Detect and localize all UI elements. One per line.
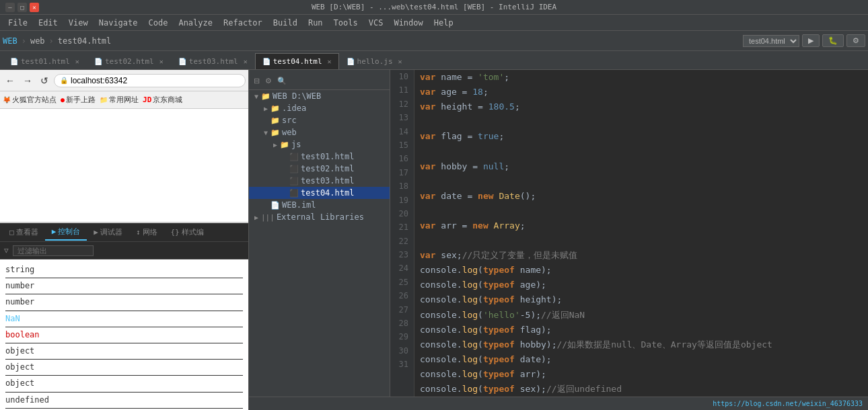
tab-label-test01: test01.html (21, 57, 70, 66)
status-url: https://blog.csdn.net/weixin_46376333 (713, 400, 863, 407)
tree-extlibs[interactable]: ▶ ||| External Libraries (249, 211, 390, 223)
idea-folder-icon: 📁 (270, 104, 280, 113)
console-icon: ▶ (52, 227, 57, 236)
tab-test02[interactable]: 📄 test02.html ✕ (87, 53, 171, 69)
web-folder-icon: 📁 (270, 128, 280, 137)
tree-test02-label: test02.html (301, 164, 354, 173)
console-line-boolean: boolean (5, 327, 243, 343)
filter-input[interactable] (13, 245, 94, 256)
tree-webiml[interactable]: 📄 WEB.iml (249, 199, 390, 211)
console-line-object3: object (5, 376, 243, 392)
tab-close-test02[interactable]: ✕ (159, 58, 164, 65)
devtools-tab-style[interactable]: {} 样式编 (164, 224, 211, 240)
js-arrow: ▶ (270, 141, 280, 149)
code-editor[interactable]: 10 11 12 13 14 15 16 17 18 19 20 21 22 2… (390, 70, 868, 397)
tab-close-hellojs[interactable]: ✕ (398, 58, 402, 65)
bookmark-jd[interactable]: JD 京东商城 (143, 95, 182, 105)
run-button[interactable]: ▶ (802, 34, 820, 47)
bookmark-newbie-icon: ● (61, 96, 65, 104)
tree-test03[interactable]: ⬛ test03.html (249, 175, 390, 187)
devtools-tab-network[interactable]: ↕ 网络 (129, 224, 164, 240)
tree-collapse-btn[interactable]: ⊟ (252, 75, 262, 87)
console-line-number1: number (5, 278, 243, 294)
breadcrumb-web2: web (30, 36, 45, 46)
breadcrumb-file: test04.html (58, 36, 111, 46)
bookmark-newbie[interactable]: ● 新手上路 (61, 95, 96, 105)
toolbar-right: test04.html ▶ 🐛 ⚙ (743, 34, 865, 47)
menu-navigate[interactable]: Navigate (94, 17, 143, 29)
bookmark-common[interactable]: 📁 常用网址 (100, 95, 139, 105)
src-folder-icon: 📁 (270, 116, 280, 125)
settings-button[interactable]: ⚙ (846, 34, 865, 47)
console-line-string1: string (5, 262, 243, 278)
devtools-tab-inspector[interactable]: □ 查看器 (3, 224, 45, 240)
tab-test01[interactable]: 📄 test01.html ✕ (3, 53, 87, 69)
tab-close-test04[interactable]: ✕ (328, 58, 332, 65)
tree-web[interactable]: ▼ 📁 web (249, 126, 390, 138)
console-label: 控制台 (58, 227, 80, 237)
tree-root[interactable]: ▼ 📁 WEB D:\WEB (249, 90, 390, 102)
tab-label-hellojs: hello.js (357, 57, 393, 66)
web-arrow: ▼ (261, 129, 270, 136)
forward-button[interactable]: → (20, 74, 35, 87)
tab-label-test03: test03.html (189, 57, 238, 66)
reload-button[interactable]: ↺ (38, 74, 51, 87)
run-config-dropdown[interactable]: test04.html (743, 35, 799, 47)
ide-panel: ⊟ ⚙ 🔍 ▼ 📁 WEB D:\WEB ▶ 📁 .idea (249, 70, 868, 410)
filter-icon: ▽ (4, 246, 9, 255)
bookmark-firefox[interactable]: 🦊 火狐官方站点 (3, 95, 57, 105)
tree-idea[interactable]: ▶ 📁 .idea (249, 102, 390, 114)
back-button[interactable]: ← (3, 74, 17, 87)
menu-view[interactable]: View (63, 17, 94, 29)
tree-test04[interactable]: ⬛ test04.html (249, 187, 390, 199)
menu-help[interactable]: Help (429, 17, 459, 29)
tab-hellojs[interactable]: 📄 hello.js ✕ (339, 53, 410, 69)
lock-icon: 🔒 (60, 77, 68, 84)
tree-js-label: js (291, 140, 301, 149)
ide-toolbar: WEB › web › test04.html test04.html ▶ 🐛 … (0, 31, 868, 51)
tab-icon-test04: 📄 (262, 58, 270, 65)
tree-js[interactable]: ▶ 📁 js (249, 138, 390, 151)
devtools-tab-console[interactable]: ▶ 控制台 (45, 224, 87, 241)
tab-test04[interactable]: 📄 test04.html ✕ (255, 53, 339, 69)
bookmark-newbie-label: 新手上路 (66, 95, 96, 105)
menu-code[interactable]: Code (143, 17, 174, 29)
close-button[interactable]: ✕ (30, 3, 39, 12)
test02-icon: ⬛ (289, 165, 299, 173)
ide-main: ⊟ ⚙ 🔍 ▼ 📁 WEB D:\WEB ▶ 📁 .idea (249, 70, 868, 397)
tab-icon-hellojs: 📄 (347, 58, 355, 65)
tab-icon-test03: 📄 (178, 58, 186, 65)
tree-filter-btn[interactable]: 🔍 (275, 75, 289, 87)
tree-src[interactable]: 📁 src (249, 114, 390, 126)
menu-analyze[interactable]: Analyze (173, 17, 218, 29)
tab-close-test01[interactable]: ✕ (75, 58, 79, 65)
menu-build[interactable]: Build (268, 17, 303, 29)
status-bar: https://blog.csdn.net/weixin_46376333 (249, 397, 868, 410)
tab-label-test04: test04.html (273, 57, 322, 66)
tree-test01[interactable]: ⬛ test01.html (249, 151, 390, 163)
tree-extlibs-label: External Libraries (277, 212, 364, 222)
menu-edit[interactable]: Edit (33, 17, 63, 29)
menu-vcs[interactable]: VCS (363, 17, 389, 29)
code-content[interactable]: var name = 'tom'; var age = 18; var heig… (414, 70, 868, 397)
menu-refactor[interactable]: Refactor (218, 17, 268, 29)
tree-settings-btn[interactable]: ⚙ (263, 75, 274, 87)
url-input[interactable] (71, 76, 240, 85)
maximize-button[interactable]: □ (17, 3, 27, 12)
style-icon: {} (171, 228, 180, 237)
url-bar: 🔒 (54, 74, 246, 87)
minimize-button[interactable]: — (5, 3, 15, 12)
menu-run[interactable]: Run (303, 17, 328, 29)
menu-file[interactable]: File (3, 17, 33, 29)
bookmark-jd-icon: JD (143, 95, 151, 104)
tree-test02[interactable]: ⬛ test02.html (249, 163, 390, 175)
test01-icon: ⬛ (289, 153, 299, 161)
menu-window[interactable]: Window (388, 17, 428, 29)
tab-test03[interactable]: 📄 test03.html ✕ (171, 53, 255, 69)
menu-tools[interactable]: Tools (328, 17, 363, 29)
tree-web-label: web (282, 128, 297, 137)
tab-close-test03[interactable]: ✕ (244, 58, 248, 65)
devtools-tab-debugger[interactable]: ▶ 调试器 (87, 224, 129, 240)
tree-toolbar: ⊟ ⚙ 🔍 (249, 73, 390, 90)
debug-button[interactable]: 🐛 (822, 34, 844, 47)
